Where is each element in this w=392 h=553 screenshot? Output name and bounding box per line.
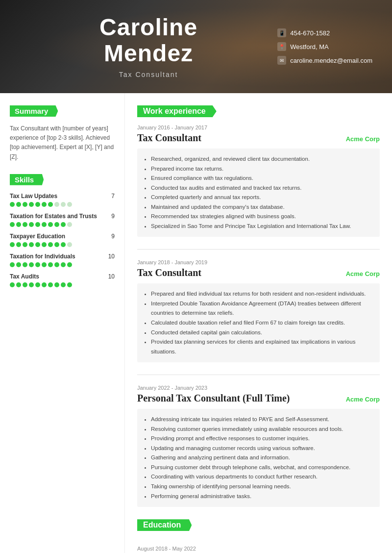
dot-empty xyxy=(54,202,59,207)
header-content: Caroline Mendez Tax Consultant 📱 454-670… xyxy=(0,5,392,88)
dot-filled xyxy=(35,282,40,287)
skill-item: Taxpayer Education9 xyxy=(10,233,115,247)
work-bullets-list: Researched, organized, and reviewed clie… xyxy=(137,149,380,237)
contact-info: 📱 454-670-1582 📍 Westford, MA ✉ caroline… xyxy=(277,28,372,65)
skill-score: 7 xyxy=(111,193,115,200)
work-bullet-item: Performing general administrative tasks. xyxy=(151,492,374,502)
skill-score: 10 xyxy=(108,273,115,280)
work-bullet-item: Updating and managing customer records u… xyxy=(151,444,374,453)
education-dates: August 2018 - May 2022 xyxy=(137,546,380,552)
dot-filled xyxy=(42,262,47,267)
skill-item: Taxation for Estates and Trusts9 xyxy=(10,213,115,227)
dot-filled xyxy=(54,282,59,287)
section-divider xyxy=(137,375,380,375)
work-experience-section: Work experience January 2016 - January 2… xyxy=(137,105,380,507)
dot-filled xyxy=(48,282,53,287)
resume-header: Caroline Mendez Tax Consultant 📱 454-670… xyxy=(0,0,392,93)
dot-filled xyxy=(29,222,34,227)
dot-filled xyxy=(54,242,59,247)
dot-filled xyxy=(61,222,66,227)
summary-text: Tax Consultant with [number of years] ex… xyxy=(10,124,115,162)
dot-filled xyxy=(10,242,15,247)
skill-name: Taxation for Individuals xyxy=(10,253,75,260)
full-name: Caroline Mendez xyxy=(20,15,277,67)
email-icon: ✉ xyxy=(277,56,286,65)
skill-dots xyxy=(10,282,115,287)
dot-filled xyxy=(16,222,21,227)
skill-item: Tax Audits10 xyxy=(10,273,115,287)
first-name: Caroline xyxy=(99,14,197,40)
dot-filled xyxy=(29,242,34,247)
dot-filled xyxy=(23,242,27,247)
dot-filled xyxy=(16,262,21,267)
location-icon: 📍 xyxy=(277,42,286,51)
dot-filled xyxy=(23,222,27,227)
dot-filled xyxy=(10,202,15,207)
work-bullet-item: Taking ownership of identifying personal… xyxy=(151,482,374,492)
work-bullet-item: Prepared income tax returns. xyxy=(151,164,374,174)
section-divider xyxy=(137,249,380,250)
phone-icon: 📱 xyxy=(277,28,286,37)
skill-dots xyxy=(10,262,115,267)
left-column: Summary Tax Consultant with [number of y… xyxy=(0,93,125,553)
location-text: Westford, MA xyxy=(290,43,329,50)
dot-filled xyxy=(61,262,66,267)
dot-filled xyxy=(42,222,47,227)
work-bullet-item: Maintained and updated the company's tax… xyxy=(151,202,374,212)
skill-name: Taxation for Estates and Trusts xyxy=(10,213,97,220)
work-bullet-item: Completed quarterly and annual tax repor… xyxy=(151,193,374,202)
dot-filled xyxy=(42,242,47,247)
dot-filled xyxy=(16,282,21,287)
dot-filled xyxy=(10,262,15,267)
work-bullet-item: Calculated double taxation relief and fi… xyxy=(151,318,374,328)
dot-filled xyxy=(35,202,40,207)
skill-score: 9 xyxy=(111,233,115,240)
work-experience-header: Work experience xyxy=(137,105,217,117)
header-name-section: Caroline Mendez Tax Consultant xyxy=(20,15,277,78)
dot-filled xyxy=(35,262,40,267)
dot-filled xyxy=(23,282,27,287)
work-bullet-item: Addressing intricate tax inquiries relat… xyxy=(151,415,374,425)
skills-list: Tax Law Updates7Taxation for Estates and… xyxy=(10,193,115,287)
work-company: Acme Corp xyxy=(346,396,380,403)
dot-filled xyxy=(48,222,53,227)
work-bullet-item: Interpreted Double Taxation Avoidance Ag… xyxy=(151,299,374,318)
work-company: Acme Corp xyxy=(346,270,380,277)
dot-filled xyxy=(48,202,53,207)
work-item: January 2018 - January 2019Tax Consultan… xyxy=(137,249,380,362)
work-title: Personal Tax Consultant (Full Time) xyxy=(137,393,290,404)
work-bullet-item: Resolving customer queries immediately u… xyxy=(151,425,374,434)
dot-filled xyxy=(16,242,21,247)
skill-item: Tax Law Updates7 xyxy=(10,193,115,207)
dot-filled xyxy=(67,282,72,287)
dot-filled xyxy=(48,242,53,247)
location-item: 📍 Westford, MA xyxy=(277,42,372,51)
phone-text: 454-670-1582 xyxy=(290,29,330,37)
work-bullet-item: Gathering and analyzing pertinent data a… xyxy=(151,453,374,463)
summary-header: Summary xyxy=(10,105,58,117)
skill-name: Tax Law Updates xyxy=(10,193,57,200)
work-dates: January 2018 - January 2019 xyxy=(137,259,380,265)
dot-empty xyxy=(67,202,72,207)
dot-filled xyxy=(23,202,27,207)
dot-empty xyxy=(67,242,72,247)
phone-item: 📱 454-670-1582 xyxy=(277,28,372,37)
dot-empty xyxy=(67,222,72,227)
work-bullet-item: Provided tax planning services for clien… xyxy=(151,337,374,356)
dot-filled xyxy=(54,222,59,227)
email-text: caroline.mendez@email.com xyxy=(290,57,372,64)
work-bullet-item: Prepared and filed individual tax return… xyxy=(151,289,374,299)
work-item: January 2016 - January 2017Tax Consultan… xyxy=(137,125,380,237)
dot-filled xyxy=(48,262,53,267)
skill-score: 9 xyxy=(111,213,115,220)
work-bullet-item: Coordinating with various departments to… xyxy=(151,472,374,482)
email-item: ✉ caroline.mendez@email.com xyxy=(277,56,372,65)
dot-filled xyxy=(23,262,27,267)
dot-filled xyxy=(29,202,34,207)
education-section: Education August 2018 - May 2022 xyxy=(137,519,380,552)
dot-filled xyxy=(10,222,15,227)
work-dates: January 2016 - January 2017 xyxy=(137,125,380,130)
work-company: Acme Corp xyxy=(346,135,380,143)
work-bullet-item: Conducted tax audits and estimated and t… xyxy=(151,183,374,193)
dot-filled xyxy=(61,282,66,287)
